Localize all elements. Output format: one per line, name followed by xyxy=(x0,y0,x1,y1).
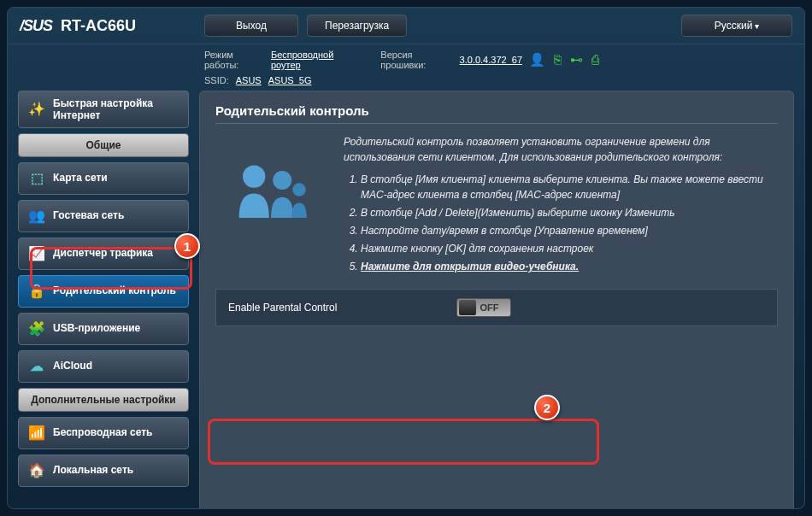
language-selector[interactable]: Русский xyxy=(681,15,792,37)
svg-point-2 xyxy=(292,183,305,196)
page-title: Родительский контроль xyxy=(215,103,778,124)
sidebar-item-label: AiCloud xyxy=(53,361,92,372)
mode-value-link[interactable]: Беспроводной роутер xyxy=(271,50,356,70)
fw-label: Версия прошивки: xyxy=(380,50,452,70)
sidebar-item-usb[interactable]: 🧩 USB-приложение xyxy=(18,313,189,345)
body: ✨ Быстрая настройка Интернет Общие ⬚ Кар… xyxy=(8,91,804,509)
family-icon xyxy=(215,134,327,245)
sidebar-item-label: Гостевая сеть xyxy=(53,210,124,221)
wand-icon: ✨ xyxy=(27,100,46,119)
sidebar-item-network-map[interactable]: ⬚ Карта сети xyxy=(18,162,189,195)
svg-point-0 xyxy=(243,165,265,187)
sidebar-item-label: Диспетчер трафика xyxy=(53,248,153,259)
step: Настройте дату/время в столбце [Управлен… xyxy=(361,223,778,238)
step-video: Нажмите для открытия видео-учебника. xyxy=(361,259,778,274)
video-tutorial-link[interactable]: Нажмите для открытия видео-учебника. xyxy=(361,261,579,273)
ssid-label: SSID: xyxy=(204,75,229,85)
home-icon: 🏠 xyxy=(27,461,46,480)
lock-icon: 🔒 xyxy=(27,282,46,301)
qis-label: Быстрая настройка Интернет xyxy=(53,97,179,122)
wan-icon[interactable]: ⎘ xyxy=(554,52,562,67)
traffic-icon: 📈 xyxy=(27,244,46,263)
logout-button[interactable]: Выход xyxy=(204,15,298,37)
fw-value-link[interactable]: 3.0.0.4.372_67 xyxy=(460,55,522,65)
toggle-state: OFF xyxy=(480,302,498,313)
ssid-row: SSID: ASUS ASUS_5G xyxy=(8,75,804,91)
section-advanced: Дополнительные настройки xyxy=(18,388,189,412)
network-icon: ⬚ xyxy=(27,169,46,188)
enable-row: Enable Parental Control OFF xyxy=(215,289,778,326)
cloud-icon: ☁ xyxy=(27,357,46,376)
guest-icon: 👥 xyxy=(27,207,46,226)
sidebar: ✨ Быстрая настройка Интернет Общие ⬚ Кар… xyxy=(18,91,189,509)
description: Родительский контроль позволяет установи… xyxy=(215,134,778,277)
usb-icon[interactable]: ⊷ xyxy=(570,52,583,67)
steps-list: В столбце [Имя клиента] клиента выберите… xyxy=(344,172,778,274)
toggle-knob xyxy=(459,300,476,315)
sidebar-item-lan[interactable]: 🏠 Локальная сеть xyxy=(18,454,189,487)
ssid1-link[interactable]: ASUS xyxy=(236,75,262,85)
toggle-label: Enable Parental Control xyxy=(228,302,337,314)
wifi-icon: 📶 xyxy=(27,424,46,443)
sidebar-item-label: Беспроводная сеть xyxy=(53,427,152,438)
sidebar-item-label: Карта сети xyxy=(53,173,108,184)
sidebar-item-wireless[interactable]: 📶 Беспроводная сеть xyxy=(18,417,189,449)
printer-icon[interactable]: ⎙ xyxy=(591,52,599,67)
puzzle-icon: 🧩 xyxy=(27,320,46,338)
qis-button[interactable]: ✨ Быстрая настройка Интернет xyxy=(18,91,189,128)
top-bar: /SUS RT-AC66U Выход Перезагрузка Русский xyxy=(8,8,804,44)
reboot-button[interactable]: Перезагрузка xyxy=(307,15,407,37)
sidebar-item-traffic[interactable]: 📈 Диспетчер трафика xyxy=(18,237,189,270)
client-icon[interactable]: 👤 xyxy=(529,52,545,67)
sidebar-item-label: USB-приложение xyxy=(53,323,140,334)
section-general: Общие xyxy=(18,133,189,157)
ssid2-link[interactable]: ASUS_5G xyxy=(268,75,312,85)
step: В столбце [Add / Delete](Изменить) выбер… xyxy=(361,205,778,220)
status-row: Режим работы: Беспроводной роутер Версия… xyxy=(8,44,804,75)
sidebar-item-parental[interactable]: 🔒 Родительский контроль xyxy=(18,275,189,308)
sidebar-item-label: Локальная сеть xyxy=(53,465,133,476)
mode-label: Режим работы: xyxy=(204,50,264,70)
status-icons: 👤 ⎘ ⊷ ⎙ xyxy=(529,52,608,67)
content-panel: Родительский контроль Родительский контр… xyxy=(199,91,794,509)
parental-toggle[interactable]: OFF xyxy=(456,298,511,317)
sidebar-item-label: Родительский контроль xyxy=(53,285,176,296)
description-text: Родительский контроль позволяет установи… xyxy=(344,134,778,277)
sidebar-item-aicloud[interactable]: ☁ AiCloud xyxy=(18,350,189,383)
svg-point-1 xyxy=(273,171,291,190)
app-frame: /SUS RT-AC66U Выход Перезагрузка Русский… xyxy=(7,7,805,509)
brand-logo: /SUS xyxy=(20,17,52,35)
step: Нажмите кнопку [OK] для сохранения настр… xyxy=(361,241,778,256)
sidebar-item-guest[interactable]: 👥 Гостевая сеть xyxy=(18,200,189,232)
step: В столбце [Имя клиента] клиента выберите… xyxy=(361,172,778,202)
intro-text: Родительский контроль позволяет установи… xyxy=(344,134,778,165)
model-name: RT-AC66U xyxy=(61,17,136,35)
